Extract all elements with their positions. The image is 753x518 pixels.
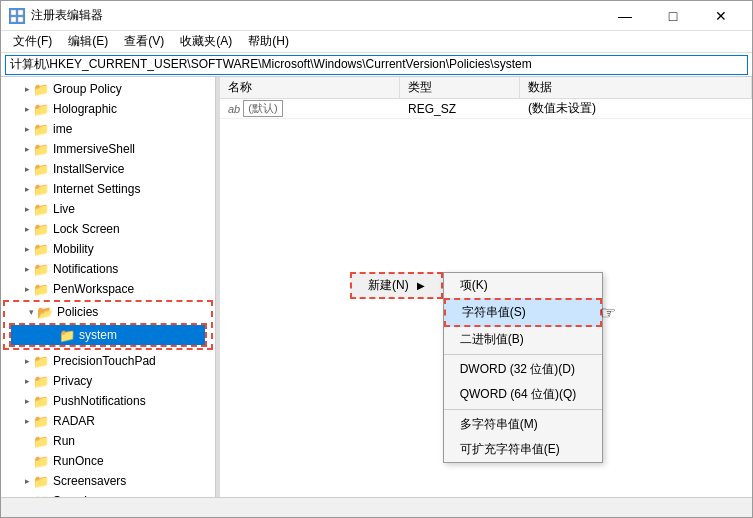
menu-help[interactable]: 帮助(H) [240, 31, 297, 52]
maximize-button[interactable]: □ [650, 2, 696, 30]
tree-item-run[interactable]: 📁 Run [1, 431, 215, 451]
tree-item-precisiontouchpad[interactable]: 📁 PrecisionTouchPad [1, 351, 215, 371]
menu-view[interactable]: 查看(V) [116, 31, 172, 52]
submenu-item-dword[interactable]: DWORD (32 位值)(D) [444, 357, 602, 382]
tree-arrow [21, 204, 33, 214]
tree-panel[interactable]: 📁 Group Policy 📁 Holographic 📁 ime 📁 Imm… [1, 77, 216, 497]
tree-item-policies[interactable]: 📂 Policies [5, 302, 211, 322]
app-icon [9, 8, 25, 24]
menu-file[interactable]: 文件(F) [5, 31, 60, 52]
tree-item-lock-screen[interactable]: 📁 Lock Screen [1, 219, 215, 239]
tree-label: ImmersiveShell [53, 142, 135, 156]
tree-label: PushNotifications [53, 394, 146, 408]
tree-label: Policies [57, 305, 98, 319]
folder-icon: 📁 [33, 102, 49, 117]
svg-rect-0 [11, 10, 16, 15]
folder-icon: 📁 [33, 454, 49, 469]
tree-arrow [21, 164, 33, 174]
tree-arrow [21, 224, 33, 234]
right-panel: 名称 类型 数据 ab (默认) REG_SZ (数值未设置) 新建(N) ▶ [220, 77, 752, 497]
folder-icon: 📁 [33, 142, 49, 157]
window-title: 注册表编辑器 [31, 7, 103, 24]
tree-label: Screensavers [53, 474, 126, 488]
status-bar [1, 497, 752, 517]
col-header-data: 数据 [520, 77, 752, 98]
tree-arrow [21, 416, 33, 426]
tree-label: Notifications [53, 262, 118, 276]
folder-icon: 📁 [33, 282, 49, 297]
menu-edit[interactable]: 编辑(E) [60, 31, 116, 52]
tree-item-pushnotifications[interactable]: 📁 PushNotifications [1, 391, 215, 411]
tree-label: Holographic [53, 102, 117, 116]
cell-data: (数值未设置) [520, 100, 752, 117]
tree-label: PenWorkspace [53, 282, 134, 296]
tree-arrow [21, 376, 33, 386]
submenu-item-binary[interactable]: 二进制值(B) [444, 327, 602, 352]
tree-item-group-policy[interactable]: 📁 Group Policy [1, 79, 215, 99]
folder-icon: 📁 [33, 354, 49, 369]
close-button[interactable]: ✕ [698, 2, 744, 30]
new-menu-button[interactable]: 新建(N) ▶ [350, 272, 443, 299]
folder-icon: 📁 [33, 434, 49, 449]
tree-item-radar[interactable]: 📁 RADAR [1, 411, 215, 431]
cursor-icon: ☞ [600, 302, 616, 324]
submenu-divider-2 [444, 409, 602, 410]
tree-item-ime[interactable]: 📁 ime [1, 119, 215, 139]
tree-item-privacy[interactable]: 📁 Privacy [1, 371, 215, 391]
tree-label: Live [53, 202, 75, 216]
table-row[interactable]: ab (默认) REG_SZ (数值未设置) [220, 99, 752, 119]
folder-icon: 📁 [33, 474, 49, 489]
folder-icon: 📁 [33, 262, 49, 277]
menu-bar: 文件(F) 编辑(E) 查看(V) 收藏夹(A) 帮助(H) [1, 31, 752, 53]
ab-icon: ab [228, 103, 240, 115]
folder-icon: 📂 [37, 305, 53, 320]
tree-arrow [21, 476, 33, 486]
tree-label: Group Policy [53, 82, 122, 96]
tree-item-runonce[interactable]: 📁 RunOnce [1, 451, 215, 471]
cell-name: ab (默认) [220, 100, 400, 117]
submenu-arrow-icon: ▶ [417, 280, 425, 291]
minimize-button[interactable]: — [602, 2, 648, 30]
submenu-item-qword[interactable]: QWORD (64 位值)(Q) [444, 382, 602, 407]
tree-label: system [79, 328, 117, 342]
tree-item-live[interactable]: 📁 Live [1, 199, 215, 219]
folder-icon: 📁 [33, 222, 49, 237]
tree-item-penworkspace[interactable]: 📁 PenWorkspace [1, 279, 215, 299]
tree-arrow [21, 244, 33, 254]
address-input[interactable]: 计算机\HKEY_CURRENT_USER\SOFTWARE\Microsoft… [5, 55, 748, 75]
folder-icon: 📁 [33, 374, 49, 389]
tree-label: ime [53, 122, 72, 136]
tree-arrow [21, 144, 33, 154]
submenu-item-key[interactable]: 项(K) [444, 273, 602, 298]
tree-item-internet-settings[interactable]: 📁 Internet Settings [1, 179, 215, 199]
submenu-divider-1 [444, 354, 602, 355]
tree-arrow [21, 264, 33, 274]
system-dashed-box: 📁 system [9, 323, 207, 347]
tree-item-system[interactable]: 📁 system [11, 325, 205, 345]
tree-item-immersiveshell[interactable]: 📁 ImmersiveShell [1, 139, 215, 159]
col-header-type: 类型 [400, 77, 520, 98]
tree-label: RunOnce [53, 454, 104, 468]
tree-label: Run [53, 434, 75, 448]
title-bar-left: 注册表编辑器 [9, 7, 103, 24]
cell-type: REG_SZ [400, 102, 520, 116]
tree-item-notifications[interactable]: 📁 Notifications [1, 259, 215, 279]
tree-label: Internet Settings [53, 182, 140, 196]
tree-item-holographic[interactable]: 📁 Holographic [1, 99, 215, 119]
tree-arrow [21, 104, 33, 114]
tree-label: Mobility [53, 242, 94, 256]
tree-item-installservice[interactable]: 📁 InstallService [1, 159, 215, 179]
submenu-item-expandstring[interactable]: 可扩充字符串值(E) [444, 437, 602, 462]
default-badge: (默认) [243, 100, 282, 117]
title-bar: 注册表编辑器 — □ ✕ [1, 1, 752, 31]
new-submenu: 项(K) 字符串值(S) ☞ 二进制值(B) [443, 272, 603, 463]
submenu-item-multistring[interactable]: 多字符串值(M) [444, 412, 602, 437]
svg-rect-1 [18, 10, 23, 15]
menu-favorites[interactable]: 收藏夹(A) [172, 31, 240, 52]
tree-item-mobility[interactable]: 📁 Mobility [1, 239, 215, 259]
tree-item-screensavers[interactable]: 📁 Screensavers [1, 471, 215, 491]
svg-rect-2 [11, 17, 16, 22]
submenu-item-string[interactable]: 字符串值(S) ☞ [444, 298, 602, 327]
folder-icon: 📁 [33, 394, 49, 409]
folder-icon: 📁 [33, 414, 49, 429]
